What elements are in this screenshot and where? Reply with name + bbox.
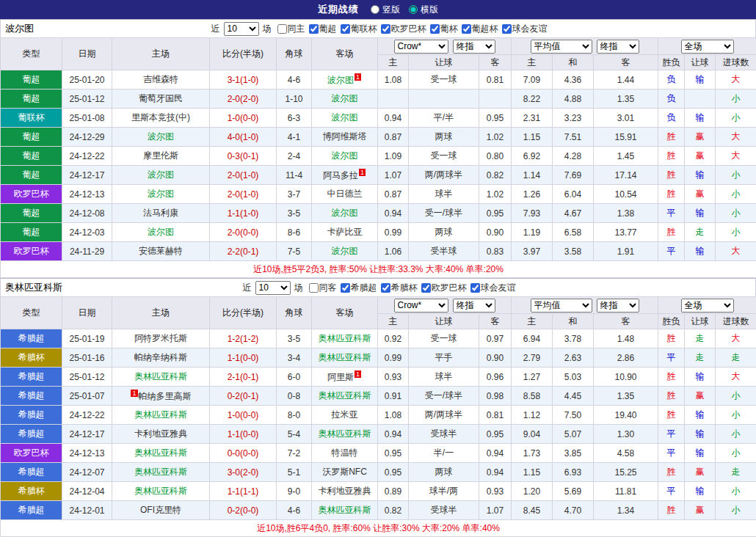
layout-radio-input[interactable] bbox=[371, 5, 379, 14]
avg-away: 1.45 bbox=[594, 147, 658, 166]
avg-home: 1.12 bbox=[512, 406, 553, 425]
bookmaker-select[interactable]: Crow* bbox=[394, 40, 448, 54]
result-goals: 小 bbox=[716, 185, 756, 204]
checkbox-input[interactable] bbox=[341, 24, 350, 34]
scope-select[interactable]: 全场 bbox=[681, 40, 734, 54]
average-select-group: 平均值终指 bbox=[512, 297, 658, 314]
avg-draw: 2.63 bbox=[553, 348, 594, 368]
bookmaker-select[interactable]: Crow* bbox=[394, 299, 448, 313]
match-score: 0-3(0-1) bbox=[210, 147, 277, 166]
result-goals: 小 bbox=[716, 204, 756, 223]
avg-home: 1.27 bbox=[512, 368, 553, 387]
checkbox-input[interactable] bbox=[421, 283, 431, 293]
handicap-line: 两球 bbox=[409, 463, 479, 482]
team-name: 安德莱赫特 bbox=[139, 246, 183, 256]
competition-badge: 希腊超 bbox=[1, 387, 62, 406]
away-odds: 0.97 bbox=[479, 329, 512, 348]
layout-radio-input[interactable] bbox=[409, 5, 418, 14]
sub-column-header: 客 bbox=[479, 314, 512, 329]
checkbox-input[interactable] bbox=[309, 24, 319, 34]
layout-radio-horizontal[interactable]: 横版 bbox=[409, 4, 438, 16]
avg-home: 2.31 bbox=[512, 109, 553, 128]
result-handicap: 走 bbox=[685, 223, 716, 242]
filter-checkbox-葡联杯[interactable]: 葡联杯 bbox=[337, 23, 377, 35]
competition-badge: 葡超 bbox=[1, 128, 62, 147]
match-date: 25-01-20 bbox=[62, 70, 112, 90]
home-odds: 0.99 bbox=[378, 223, 409, 242]
match-date: 25-01-16 bbox=[62, 348, 112, 368]
away-team: 拉米亚 bbox=[312, 406, 378, 425]
result-outcome: 胜 bbox=[658, 185, 685, 204]
away-odds: 1.02 bbox=[479, 128, 512, 147]
result-outcome: 胜 bbox=[658, 147, 685, 166]
odds-stage-select[interactable]: 终指 bbox=[453, 40, 495, 54]
checkbox-input[interactable] bbox=[502, 24, 512, 34]
filter-checkbox-葡杯[interactable]: 葡杯 bbox=[426, 23, 458, 35]
away-odds: 0.80 bbox=[479, 147, 512, 166]
match-date: 25-01-07 bbox=[62, 387, 112, 406]
checkbox-input[interactable] bbox=[470, 283, 480, 293]
checkbox-input[interactable] bbox=[381, 283, 390, 293]
handicap-line: 受一/球半 bbox=[409, 204, 479, 223]
scope-select[interactable]: 全场 bbox=[681, 299, 734, 313]
odds-stage-select[interactable]: 终指 bbox=[453, 299, 495, 313]
match-row: 希腊超25-01-12奥林匹亚科斯2-1(0-1)6-0阿里斯10.93球半0.… bbox=[1, 368, 756, 387]
away-team: 沃罗斯NFC bbox=[312, 463, 378, 482]
filter-checkbox-葡超[interactable]: 葡超 bbox=[305, 23, 337, 35]
away-team: 波尔图 bbox=[312, 147, 378, 166]
result-outcome: 平 bbox=[658, 348, 685, 368]
filter-checkbox-希腊杯[interactable]: 希腊杯 bbox=[377, 282, 418, 294]
avg-home: 1.15 bbox=[512, 128, 553, 147]
checkbox-input[interactable] bbox=[309, 283, 319, 293]
filter-checkbox-希腊超[interactable]: 希腊超 bbox=[337, 282, 377, 294]
layout-radio-vertical[interactable]: 竖版 bbox=[371, 4, 400, 16]
match-row: 欧罗巴杯24-11-29安德莱赫特2-2(0-1)7-5波尔图1.06受半球0.… bbox=[1, 242, 756, 261]
sub-column-header: 让球 bbox=[409, 55, 479, 70]
avg-stage-select[interactable]: 终指 bbox=[597, 299, 639, 313]
filter-checkbox-欧罗巴杯[interactable]: 欧罗巴杯 bbox=[418, 282, 467, 294]
average-select[interactable]: 平均值 bbox=[531, 299, 592, 313]
match-row: 希腊超25-01-071帕纳多里高斯0-2(0-1)0-8奥林匹亚科斯0.91受… bbox=[1, 387, 756, 406]
checkbox-label: 同主 bbox=[288, 23, 305, 35]
home-team: 法马利康 bbox=[112, 204, 210, 223]
team-name: 博阿维斯塔 bbox=[323, 131, 367, 142]
competition-badge: 希腊超 bbox=[1, 329, 62, 348]
home-odds: 0.91 bbox=[378, 387, 409, 406]
avg-stage-select[interactable]: 终指 bbox=[597, 40, 639, 54]
avg-away: 10.54 bbox=[594, 185, 658, 204]
match-date: 24-12-17 bbox=[62, 166, 112, 185]
match-score: 1-1(0-0) bbox=[210, 348, 277, 368]
home-odds: 1.08 bbox=[378, 406, 409, 425]
team-name: 帕纳多里高斯 bbox=[139, 391, 192, 401]
average-select[interactable]: 平均值 bbox=[531, 40, 592, 54]
filter-checkbox-同客[interactable]: 同客 bbox=[305, 282, 337, 294]
recent-count-select[interactable]: 10 bbox=[255, 281, 291, 295]
checkbox-input[interactable] bbox=[277, 24, 287, 34]
competition-badge: 葡超 bbox=[1, 166, 62, 185]
filter-checkbox-葡超杯[interactable]: 葡超杯 bbox=[458, 23, 498, 35]
result-goals: 小 bbox=[716, 387, 756, 406]
checkbox-input[interactable] bbox=[430, 24, 440, 34]
filter-checkbox-欧罗巴杯[interactable]: 欧罗巴杯 bbox=[377, 23, 426, 35]
avg-away: 15.91 bbox=[594, 128, 658, 147]
team-name: OFI克里特 bbox=[140, 505, 181, 515]
filter-checkbox-球会友谊[interactable]: 球会友谊 bbox=[498, 23, 548, 35]
home-team: 里斯本竞技(中) bbox=[112, 109, 210, 128]
checkbox-input[interactable] bbox=[381, 24, 390, 34]
result-goals: 大 bbox=[716, 128, 756, 147]
summary-text: 近10场,胜5平2负3, 胜率:50% 让胜率:33.3% 大率:40% 单率:… bbox=[1, 261, 756, 278]
home-odds: 0.94 bbox=[378, 425, 409, 444]
team-name: 奥林匹亚科斯 bbox=[134, 467, 187, 477]
checkbox-input[interactable] bbox=[341, 283, 350, 293]
filter-checkbox-球会友谊[interactable]: 球会友谊 bbox=[467, 282, 516, 294]
avg-home: 8.58 bbox=[512, 387, 553, 406]
corner-score: 6-0 bbox=[277, 368, 312, 387]
corner-score: 5-1 bbox=[277, 463, 312, 482]
recent-count-select[interactable]: 10 bbox=[224, 22, 259, 36]
checkbox-input[interactable] bbox=[462, 24, 471, 34]
handicap-line: 球半 bbox=[409, 368, 479, 387]
away-odds: 0.93 bbox=[479, 482, 512, 501]
filter-checkbox-同主[interactable]: 同主 bbox=[274, 23, 305, 35]
away-team: 特温特 bbox=[312, 444, 378, 463]
match-date: 24-12-22 bbox=[62, 406, 112, 425]
